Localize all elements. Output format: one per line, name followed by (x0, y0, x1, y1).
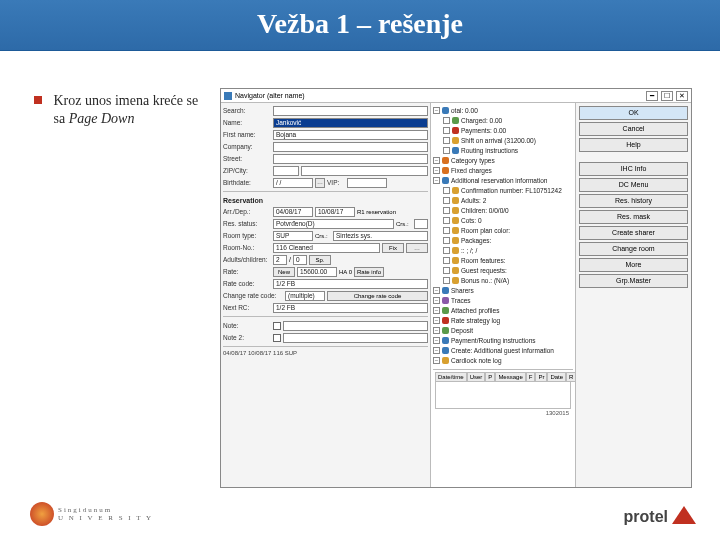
maximize-button[interactable]: ☐ (661, 91, 673, 101)
tree-node[interactable]: −Additional reservation information (433, 175, 573, 185)
tree-node[interactable]: Cots: 0 (433, 215, 573, 225)
expand-icon[interactable]: − (433, 317, 440, 324)
tree-node[interactable]: Payments: 0.00 (433, 125, 573, 135)
cancel-button[interactable]: Cancel (579, 122, 688, 136)
search-input[interactable] (273, 106, 428, 116)
tree-node[interactable]: −Category types (433, 155, 573, 165)
expand-icon[interactable] (443, 257, 450, 264)
expand-icon[interactable] (443, 197, 450, 204)
tree-node[interactable]: −Attached profiles (433, 305, 573, 315)
expand-icon[interactable] (443, 267, 450, 274)
crs-input[interactable] (414, 219, 428, 229)
roomno-more-button[interactable]: … (406, 243, 428, 253)
expand-icon[interactable] (443, 137, 450, 144)
sp-button[interactable]: Sp. (309, 255, 331, 265)
expand-icon[interactable] (443, 227, 450, 234)
dcmenu-button[interactable]: DC Menu (579, 178, 688, 192)
expand-icon[interactable] (443, 217, 450, 224)
roomno-input[interactable]: 116 Cleaned (273, 243, 380, 253)
expand-icon[interactable]: − (433, 177, 440, 184)
changeroom-button[interactable]: Change room (579, 242, 688, 256)
rate-new-button[interactable]: New (273, 267, 295, 277)
expand-icon[interactable]: − (433, 107, 440, 114)
expand-icon[interactable] (443, 207, 450, 214)
city-input[interactable] (301, 166, 428, 176)
tree-node[interactable]: −Traces (433, 295, 573, 305)
more-button[interactable]: More (579, 258, 688, 272)
grid-col-header[interactable]: Pr (535, 372, 547, 382)
birthdate-picker-button[interactable]: … (315, 178, 325, 188)
nextrc-input[interactable]: 1/2 FB (273, 303, 428, 313)
expand-icon[interactable]: − (433, 167, 440, 174)
minimize-button[interactable]: ━ (646, 91, 658, 101)
note-checkbox[interactable] (273, 322, 281, 330)
ihcinfo-button[interactable]: IHC Info (579, 162, 688, 176)
tree-node[interactable]: Charged: 0.00 (433, 115, 573, 125)
company-input[interactable] (273, 142, 428, 152)
expand-icon[interactable]: − (433, 287, 440, 294)
resmask-button[interactable]: Res. mask (579, 210, 688, 224)
tree-node[interactable]: Routing instructions (433, 145, 573, 155)
tree-node[interactable]: Room plan color: (433, 225, 573, 235)
note-input[interactable] (283, 321, 428, 331)
expand-icon[interactable]: − (433, 297, 440, 304)
zip-input[interactable] (273, 166, 299, 176)
tree-node[interactable]: Room features: (433, 255, 573, 265)
rate-amount-input[interactable]: 15600.00 (297, 267, 337, 277)
tree-node[interactable]: Confirmation number: FL10751242 (433, 185, 573, 195)
grid-col-header[interactable]: F (526, 372, 536, 382)
firstname-input[interactable]: Bojana (273, 130, 428, 140)
tree-node[interactable]: −Fixed charges (433, 165, 573, 175)
expand-icon[interactable] (443, 117, 450, 124)
grid-col-header[interactable]: Message (495, 372, 525, 382)
help-button[interactable]: Help (579, 138, 688, 152)
tree-node[interactable]: Packages: (433, 235, 573, 245)
chgratecode-input[interactable]: (multiple) (285, 291, 325, 301)
grid-col-header[interactable]: Date/time (435, 372, 467, 382)
expand-icon[interactable]: − (433, 337, 440, 344)
note2-input[interactable] (283, 333, 428, 343)
close-button[interactable]: ✕ (676, 91, 688, 101)
chgratecode-button[interactable]: Change rate code (327, 291, 428, 301)
crs2-input[interactable]: Sintezis sys. (333, 231, 428, 241)
expand-icon[interactable]: − (433, 347, 440, 354)
tree-node[interactable]: Shift on arrival (31200.00) (433, 135, 573, 145)
grpmaster-button[interactable]: Grp.Master (579, 274, 688, 288)
reshistory-button[interactable]: Res. history (579, 194, 688, 208)
rateinfo-button[interactable]: Rate info (354, 267, 384, 277)
expand-icon[interactable] (443, 127, 450, 134)
note2-checkbox[interactable] (273, 334, 281, 342)
tree-node[interactable]: Guest requests: (433, 265, 573, 275)
createsharer-button[interactable]: Create sharer (579, 226, 688, 240)
ratecode-input[interactable]: 1/2 FB (273, 279, 428, 289)
expand-icon[interactable] (443, 277, 450, 284)
tree-node[interactable]: Children: 0/0/0/0 (433, 205, 573, 215)
grid-col-header[interactable]: Date (547, 372, 566, 382)
tree-node[interactable]: −Sharers (433, 285, 573, 295)
tree-node[interactable]: −Create: Additional guest information (433, 345, 573, 355)
tree-node[interactable]: Adults: 2 (433, 195, 573, 205)
adults-input[interactable]: 2 (273, 255, 287, 265)
tree-node[interactable]: −Deposit (433, 325, 573, 335)
children-input[interactable]: 0 (293, 255, 307, 265)
tree-node[interactable]: −Rate strategy log (433, 315, 573, 325)
expand-icon[interactable] (443, 187, 450, 194)
grid-col-header[interactable]: R (566, 372, 576, 382)
expand-icon[interactable]: − (433, 307, 440, 314)
tree-node[interactable]: :: ; /; / (433, 245, 573, 255)
expand-icon[interactable] (443, 247, 450, 254)
tree-node[interactable]: −Payment/Routing instructions (433, 335, 573, 345)
tree-node[interactable]: −otal: 0.00 (433, 105, 573, 115)
name-input[interactable]: Janković (273, 118, 428, 128)
expand-icon[interactable]: − (433, 357, 440, 364)
birthdate-input[interactable]: / / (273, 178, 313, 188)
expand-icon[interactable] (443, 237, 450, 244)
resstatus-input[interactable]: Potvrđeno(D) (273, 219, 394, 229)
window-titlebar[interactable]: Navigator (alter name) ━ ☐ ✕ (221, 89, 691, 103)
tree-node[interactable]: −Cardlock note log (433, 355, 573, 365)
street-input[interactable] (273, 154, 428, 164)
grid-col-header[interactable]: User (467, 372, 486, 382)
expand-icon[interactable]: − (433, 327, 440, 334)
expand-icon[interactable] (443, 147, 450, 154)
expand-icon[interactable]: − (433, 157, 440, 164)
